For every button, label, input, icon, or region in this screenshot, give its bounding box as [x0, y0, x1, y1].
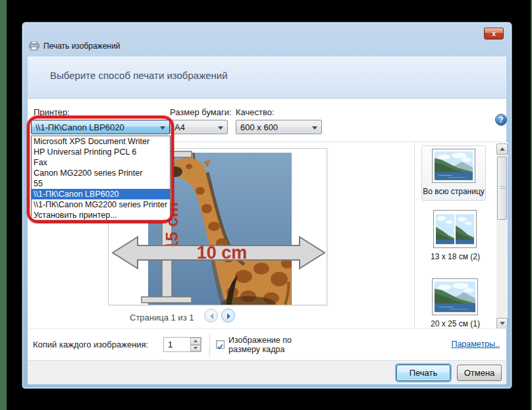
titlebar[interactable]: Печать изображений x: [22, 22, 512, 57]
paper-size-value: A4: [174, 122, 185, 132]
spinner-down-button[interactable]: [190, 345, 201, 352]
desktop-edge-left: [0, 0, 7, 410]
window-title: Печать изображений: [43, 41, 120, 51]
next-page-icon: [222, 309, 236, 323]
layout-thumbnail: [432, 149, 475, 183]
copies-spinner[interactable]: 1: [163, 337, 201, 352]
printer-option[interactable]: HP Universal Printing PCL 6: [32, 147, 170, 157]
scrollbar-down-button[interactable]: [496, 318, 508, 329]
spinner-up-button[interactable]: [190, 338, 201, 345]
checkmark-icon: [217, 343, 224, 350]
footer-bar: Печать Отмена: [28, 360, 506, 384]
chevron-down-icon: [218, 126, 223, 130]
client-area: Принтер: Размер бумаги: Качество: \\1-ПК…: [28, 98, 506, 382]
scrollbar-down-icon: [500, 322, 505, 325]
page-status: Страница 1 из 1: [130, 313, 194, 322]
help-icon: ?: [498, 115, 503, 124]
printer-option[interactable]: Fax: [32, 157, 170, 168]
fit-to-frame-label[interactable]: Изображение по размеру кадра: [228, 336, 292, 354]
prev-page-icon: [205, 309, 219, 323]
printer-icon: [29, 41, 40, 51]
sidebar-scrollbar[interactable]: [496, 143, 508, 329]
previous-page-button[interactable]: [204, 309, 218, 322]
window-caption: Печать изображений: [29, 41, 120, 51]
printer-option[interactable]: Установить принтер...: [32, 210, 170, 220]
layout-option-full-page[interactable]: Во всю страницу: [421, 145, 486, 201]
quality-label: Качество:: [236, 107, 275, 117]
screenshot-stage: Печать изображений x Выберите способ печ…: [0, 0, 532, 410]
close-icon: x: [492, 30, 496, 38]
layout-option-13x18[interactable]: 13 x 18 см (2): [431, 210, 480, 261]
portrait-thumbnail-image: [436, 213, 454, 245]
printer-label: Принтер:: [34, 107, 70, 117]
layout-option-label: 13 x 18 см (2): [431, 252, 480, 261]
copies-value: 1: [168, 340, 173, 349]
scrollbar-thumb[interactable]: [497, 157, 507, 220]
spinner-up-icon: [194, 340, 198, 342]
header-band: Выберите способ печати изображений: [28, 57, 506, 98]
spinner-down-icon: [194, 347, 198, 349]
page-title: Выберите способ печати изображений: [50, 70, 228, 81]
layout-thumbnail: [433, 210, 477, 248]
layout-option-label: 20 x 25 см (1): [431, 319, 480, 328]
chevron-down-icon: [160, 126, 165, 130]
close-button[interactable]: x: [484, 28, 504, 39]
printer-dropdown-list[interactable]: Microsoft XPS Document Writer HP Univers…: [31, 136, 171, 220]
copies-label: Копий каждого изображения:: [33, 340, 148, 349]
printer-option[interactable]: Canon MG2200 series Printer: [32, 168, 170, 178]
landscape-thumbnail-image: [435, 281, 475, 313]
printer-option[interactable]: Microsoft XPS Document Writer: [32, 136, 170, 147]
bottom-controls: Копий каждого изображения: 1 Изображение…: [28, 328, 506, 360]
options-link[interactable]: Параметры..: [451, 340, 500, 349]
printer-combobox[interactable]: \\1-ПК\Canon LBP6020: [31, 120, 170, 134]
print-button[interactable]: Печать: [396, 365, 450, 381]
quality-value: 600 x 600: [240, 122, 278, 132]
cancel-button[interactable]: Отмена: [457, 365, 502, 381]
controls-divider: [209, 333, 210, 357]
layout-thumbnail: [432, 278, 478, 315]
paper-size-label: Размер бумаги:: [170, 107, 232, 117]
chevron-down-icon: [312, 126, 317, 130]
layout-sidebar: Во всю страницу: [415, 142, 508, 329]
scrollbar-up-button[interactable]: [496, 143, 508, 155]
printer-option[interactable]: \\1-ПК\Canon MG2200 series Printer: [32, 199, 170, 210]
next-page-button[interactable]: [221, 309, 235, 322]
portrait-thumbnail-image: [456, 213, 474, 245]
quality-combobox[interactable]: 600 x 600: [236, 120, 322, 134]
landscape-thumbnail-image: [435, 151, 473, 180]
print-pictures-dialog: Печать изображений x Выберите способ печ…: [22, 22, 512, 389]
scrollbar-up-icon: [500, 147, 505, 151]
printer-combobox-value: \\1-ПК\Canon LBP6020: [36, 122, 124, 132]
printer-option[interactable]: 55: [32, 178, 170, 189]
paper-size-combobox[interactable]: A4: [170, 120, 228, 134]
fit-to-frame-checkbox[interactable]: [216, 340, 225, 349]
help-button[interactable]: ?: [495, 114, 507, 126]
scrollbar-grip-icon: [500, 186, 506, 190]
printer-option-selected[interactable]: \\1-ПК\Canon LBP6020: [32, 189, 170, 199]
layout-option-label: Во всю страницу: [423, 187, 485, 196]
page-navigation: Страница 1 из 1: [28, 307, 414, 327]
layout-option-20x25[interactable]: 20 x 25 см (1): [431, 278, 480, 328]
